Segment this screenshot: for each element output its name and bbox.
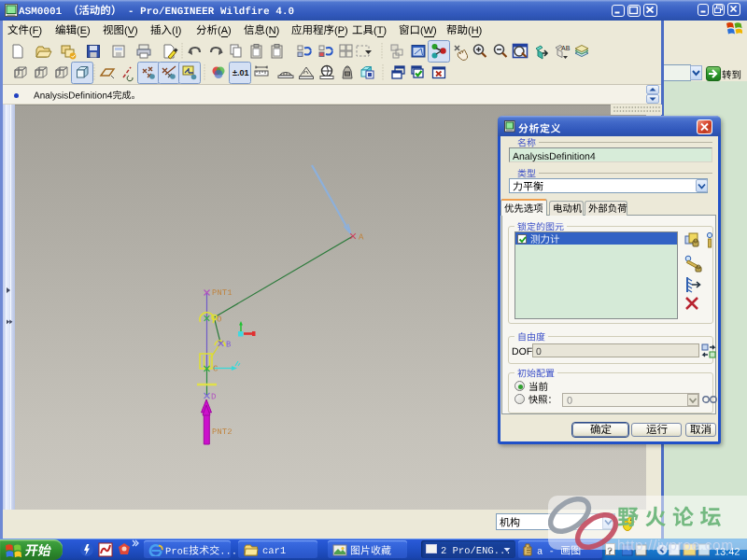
svg-text:±.01: ±.01 <box>233 68 248 77</box>
svg-text:AB: AB <box>561 45 571 51</box>
